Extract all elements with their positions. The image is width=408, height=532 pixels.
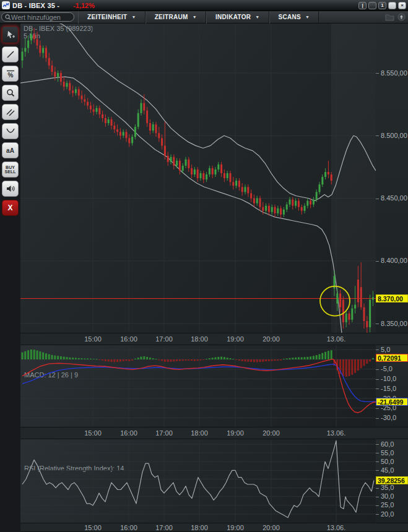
time-tick-label: 15:00 bbox=[84, 333, 102, 345]
search-input[interactable] bbox=[11, 14, 71, 21]
arc-icon bbox=[6, 127, 15, 135]
alert-tool-button[interactable] bbox=[2, 181, 19, 197]
trendline-tool-button[interactable] bbox=[2, 46, 19, 62]
price-chart-panel[interactable]: DB - IBEX 35 (989223) 5 Min bbox=[20, 24, 376, 333]
menu-scans[interactable]: SCANS▼ bbox=[269, 11, 319, 24]
axis-tick-label: 8.500,00 bbox=[381, 132, 407, 140]
buy-sell-tool-button[interactable]: BUYSELL bbox=[2, 161, 19, 178]
time-axis-rsi: 15:0016:0017:0018:0019:0020:0013.06. bbox=[20, 523, 408, 532]
minimize-button[interactable] bbox=[368, 2, 376, 9]
time-tick-label: 16:00 bbox=[120, 427, 137, 439]
time-tick-label: 20:00 bbox=[263, 427, 280, 439]
current-value-label: 39,28256 bbox=[376, 476, 408, 484]
menu-zeitraum[interactable]: ZEITRAUM▼ bbox=[145, 11, 206, 24]
upload-icon[interactable] bbox=[397, 13, 406, 21]
axis-tick bbox=[376, 199, 379, 199]
axis-tick-label: 45,0 bbox=[381, 466, 394, 474]
axis-tick-label: 25,0 bbox=[381, 501, 394, 509]
restore-button[interactable] bbox=[388, 2, 396, 9]
current-value-label: -21,6499 bbox=[376, 398, 408, 406]
menu-zeiteinheit[interactable]: ZEITEINHEIT▼ bbox=[78, 11, 145, 24]
time-axis-macd: 15:0016:0017:0018:0019:0020:0013.06. bbox=[20, 427, 408, 439]
chevron-down-icon: ▼ bbox=[305, 15, 310, 19]
axis-tick bbox=[376, 488, 379, 489]
arc-tool-button[interactable] bbox=[2, 123, 19, 139]
menu-indikator[interactable]: INDIKATOR▼ bbox=[206, 11, 269, 24]
time-tick-label: 13.06. bbox=[327, 523, 346, 531]
magnifier-icon bbox=[6, 88, 15, 97]
trading-platform-window: DB - IBEX 35 - -1,12% |1× ZEITEINHEIT▼ZE… bbox=[0, 0, 408, 532]
axis-tick-label: 50,0 bbox=[381, 458, 394, 466]
rsi-axis[interactable]: 60,055,050,045,035,030,025,020,039,28256 bbox=[376, 439, 408, 523]
axis-tick bbox=[376, 324, 379, 324]
axis-tick-label: -30,0 bbox=[381, 414, 396, 422]
time-tick-label: 18:00 bbox=[191, 427, 208, 439]
chevron-down-icon: ▼ bbox=[255, 15, 259, 19]
time-tick-label: 17:00 bbox=[155, 523, 173, 531]
axis-tick bbox=[376, 135, 379, 136]
menu-label: INDIKATOR bbox=[215, 14, 251, 20]
axis-tick-label: 35,0 bbox=[381, 484, 394, 492]
menu-label: ZEITRAUM bbox=[155, 14, 188, 20]
chevron-down-icon: ▼ bbox=[193, 15, 197, 19]
axis-tick bbox=[376, 418, 379, 419]
drawing-tool-sidebar: % aA BUYSELL X bbox=[0, 24, 20, 532]
search-icon bbox=[5, 14, 11, 20]
time-tick-label: 19:00 bbox=[227, 523, 244, 531]
svg-text:%: % bbox=[7, 72, 13, 79]
folder-icon[interactable] bbox=[385, 14, 394, 21]
workspace-1-button[interactable]: 1 bbox=[378, 2, 386, 9]
axis-tick bbox=[376, 379, 379, 380]
main-toolbar: ZEITEINHEIT▼ZEITRAUM▼INDIKATOR▼SCANS▼ bbox=[0, 11, 408, 24]
axis-tick bbox=[376, 369, 379, 370]
text-tool-button[interactable]: aA bbox=[2, 142, 19, 158]
price-axis[interactable]: 8.550,008.500,008.450,008.400,008.350,00… bbox=[376, 24, 408, 333]
time-tick-label: 16:00 bbox=[120, 333, 137, 345]
axis-tick-label: 30,0 bbox=[381, 492, 394, 500]
axis-tick-label: 60,0 bbox=[381, 440, 394, 448]
percent-tool-button[interactable]: % bbox=[2, 66, 19, 82]
menu-label: ZEITEINHEIT bbox=[87, 14, 127, 20]
menu-label: SCANS bbox=[279, 14, 302, 20]
axis-tick bbox=[376, 514, 379, 515]
time-tick-label: 13.06. bbox=[327, 427, 346, 439]
macd-panel[interactable]: MACD: 12 | 26 | 9 bbox=[20, 345, 376, 427]
axis-tick-label: 8.350,00 bbox=[381, 320, 407, 328]
axis-tick bbox=[376, 470, 379, 471]
buy-sell-label: BUYSELL bbox=[5, 165, 16, 174]
axis-tick bbox=[376, 408, 379, 409]
zoom-tool-button[interactable] bbox=[2, 85, 19, 101]
time-tick-label: 15:00 bbox=[84, 427, 102, 439]
axis-tick bbox=[376, 444, 379, 445]
time-tick-label: 19:00 bbox=[227, 333, 244, 345]
speaker-icon bbox=[6, 185, 15, 192]
parallel-lines-tool-button[interactable] bbox=[2, 104, 19, 120]
axis-tick bbox=[376, 461, 379, 462]
rsi-panel[interactable]: RSI (Relative Strength Index): 14 bbox=[20, 439, 376, 523]
parallel-lines-icon bbox=[6, 108, 15, 116]
axis-tick bbox=[376, 453, 379, 453]
axis-tick-label: 8.400,00 bbox=[381, 257, 407, 265]
delete-tool-button[interactable]: X bbox=[2, 200, 19, 216]
select-tool-button[interactable] bbox=[2, 26, 19, 43]
toolbar-menus: ZEITEINHEIT▼ZEITRAUM▼INDIKATOR▼SCANS▼ bbox=[78, 11, 319, 24]
chevron-down-icon: ▼ bbox=[131, 15, 136, 19]
axis-tick-label: 5,0 bbox=[381, 346, 390, 354]
line-icon bbox=[6, 50, 15, 59]
axis-tick bbox=[376, 497, 379, 497]
axis-tick bbox=[376, 261, 379, 262]
axis-tick-label: -10,0 bbox=[381, 375, 396, 383]
info-button[interactable]: | bbox=[358, 2, 367, 9]
time-tick-label: 19:00 bbox=[227, 427, 244, 439]
title-bar: DB - IBEX 35 - -1,12% |1× bbox=[0, 0, 408, 11]
time-tick-label: 17:00 bbox=[155, 333, 173, 345]
text-tool-label: aA bbox=[6, 147, 14, 154]
macd-axis[interactable]: 5,0-5,0-10,0-15,0-20,0-25,0-30,00,72091-… bbox=[376, 345, 408, 427]
axis-tick bbox=[376, 388, 379, 389]
axis-tick-label: 8.550,00 bbox=[381, 69, 407, 77]
close-button[interactable]: × bbox=[398, 2, 406, 9]
axis-tick-label: 55,0 bbox=[381, 449, 394, 457]
axis-tick-label: -5,0 bbox=[381, 365, 393, 373]
time-tick-label: 18:00 bbox=[191, 523, 208, 531]
instrument-search[interactable] bbox=[1, 12, 74, 22]
